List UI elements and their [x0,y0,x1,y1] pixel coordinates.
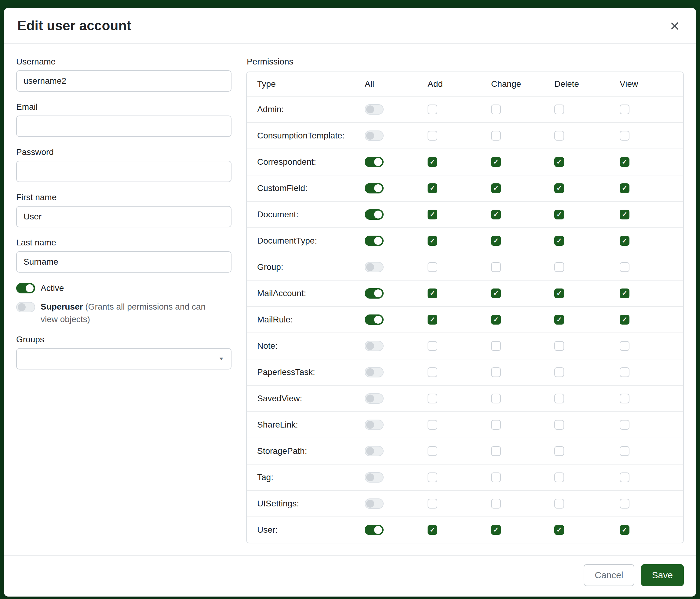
permission-change-checkbox[interactable]: ✓ [491,315,501,325]
permission-add-checkbox[interactable]: ✓ [428,525,438,535]
permission-delete-checkbox[interactable]: ✓ [554,157,564,167]
cancel-button[interactable]: Cancel [584,564,634,586]
permission-add-checkbox[interactable] [428,262,438,272]
permission-add-checkbox[interactable]: ✓ [428,236,438,246]
permission-delete-checkbox[interactable] [554,499,564,508]
permission-add-checkbox[interactable] [428,104,438,114]
permission-view-checkbox[interactable]: ✓ [620,210,629,219]
permission-view-checkbox[interactable] [620,104,629,114]
permission-add-checkbox[interactable] [428,367,438,377]
permission-delete-checkbox[interactable] [554,341,564,351]
permission-view-checkbox[interactable]: ✓ [620,183,629,193]
permission-change-checkbox[interactable] [491,499,501,508]
permission-delete-checkbox[interactable] [554,446,564,456]
permission-add-checkbox[interactable]: ✓ [428,183,438,193]
permission-view-checkbox[interactable] [620,341,629,351]
permission-change-checkbox[interactable] [491,131,501,141]
permission-delete-checkbox[interactable]: ✓ [554,236,564,246]
permission-delete-checkbox[interactable]: ✓ [554,525,564,535]
permission-delete-checkbox[interactable]: ✓ [554,288,564,298]
groups-select[interactable]: ▼ [16,348,231,369]
permission-add-checkbox[interactable]: ✓ [428,315,438,325]
permission-delete-checkbox[interactable] [554,393,564,403]
permission-all-toggle[interactable] [365,446,383,456]
permission-view-checkbox[interactable]: ✓ [620,236,629,246]
permission-change-checkbox[interactable]: ✓ [491,210,501,219]
permission-change-checkbox[interactable] [491,341,501,351]
permission-all-toggle[interactable] [365,314,383,325]
first-name-label: First name [16,193,231,202]
permission-delete-checkbox[interactable] [554,104,564,114]
permission-add-checkbox[interactable]: ✓ [428,288,438,298]
permission-change-checkbox[interactable]: ✓ [491,288,501,298]
permission-all-toggle[interactable] [365,209,383,220]
close-button[interactable]: × [667,16,682,36]
permission-delete-checkbox[interactable] [554,131,564,141]
permission-all-toggle[interactable] [365,393,383,404]
permission-view-checkbox[interactable] [620,499,629,508]
active-toggle[interactable] [16,283,35,293]
permission-change-checkbox[interactable] [491,420,501,430]
permission-all-toggle[interactable] [365,236,383,246]
permission-delete-checkbox[interactable]: ✓ [554,210,564,219]
permission-change-checkbox[interactable] [491,262,501,272]
permission-all-toggle[interactable] [365,262,383,272]
superuser-toggle[interactable] [16,302,35,312]
permission-change-checkbox[interactable]: ✓ [491,157,501,167]
permission-view-checkbox[interactable]: ✓ [620,288,629,298]
permission-add-checkbox[interactable] [428,393,438,403]
permission-add-checkbox[interactable] [428,499,438,508]
permission-view-checkbox[interactable]: ✓ [620,315,629,325]
dialog-header: Edit user account × [4,8,696,44]
email-input[interactable] [16,116,231,137]
permission-delete-checkbox[interactable] [554,473,564,482]
permission-delete-checkbox[interactable]: ✓ [554,183,564,193]
password-input[interactable] [16,161,231,182]
permission-change-checkbox[interactable]: ✓ [491,183,501,193]
permission-delete-checkbox[interactable] [554,367,564,377]
permission-add-checkbox[interactable] [428,131,438,141]
permission-all-toggle[interactable] [365,525,383,535]
permission-add-checkbox[interactable]: ✓ [428,210,438,219]
permission-view-checkbox[interactable]: ✓ [620,157,629,167]
permission-view-checkbox[interactable] [620,446,629,456]
close-icon: × [670,17,679,35]
permission-view-checkbox[interactable] [620,393,629,403]
last-name-input[interactable] [16,251,231,272]
permission-all-toggle[interactable] [365,288,383,298]
permission-all-toggle[interactable] [365,157,383,167]
permission-all-toggle[interactable] [365,420,383,430]
permission-view-checkbox[interactable] [620,420,629,430]
permission-delete-checkbox[interactable] [554,262,564,272]
permission-change-checkbox[interactable] [491,446,501,456]
permission-all-toggle[interactable] [365,367,383,378]
permission-delete-checkbox[interactable] [554,420,564,430]
permission-add-checkbox[interactable]: ✓ [428,157,438,167]
save-button[interactable]: Save [641,564,684,586]
permission-all-toggle[interactable] [365,472,383,483]
permission-add-checkbox[interactable] [428,420,438,430]
permission-change-checkbox[interactable]: ✓ [491,236,501,246]
permission-all-toggle[interactable] [365,499,383,509]
permission-view-checkbox[interactable]: ✓ [620,525,629,535]
permission-add-checkbox[interactable] [428,446,438,456]
permission-all-toggle[interactable] [365,183,383,193]
permission-all-toggle[interactable] [365,130,383,141]
username-input[interactable] [16,70,231,92]
permission-add-checkbox[interactable] [428,341,438,351]
permission-view-checkbox[interactable] [620,262,629,272]
permission-all-toggle[interactable] [365,341,383,351]
permission-all-toggle[interactable] [365,104,383,115]
permission-view-checkbox[interactable] [620,131,629,141]
permission-change-checkbox[interactable] [491,473,501,482]
permission-change-checkbox[interactable] [491,393,501,403]
permission-delete-checkbox[interactable]: ✓ [554,315,564,325]
permission-view-checkbox[interactable] [620,367,629,377]
permission-add-checkbox[interactable] [428,473,438,482]
first-name-input[interactable] [16,206,231,227]
permission-view-checkbox[interactable] [620,473,629,482]
permission-change-checkbox[interactable]: ✓ [491,525,501,535]
permission-change-checkbox[interactable] [491,367,501,377]
permission-type-label: Document: [257,210,365,219]
permission-change-checkbox[interactable] [491,104,501,114]
